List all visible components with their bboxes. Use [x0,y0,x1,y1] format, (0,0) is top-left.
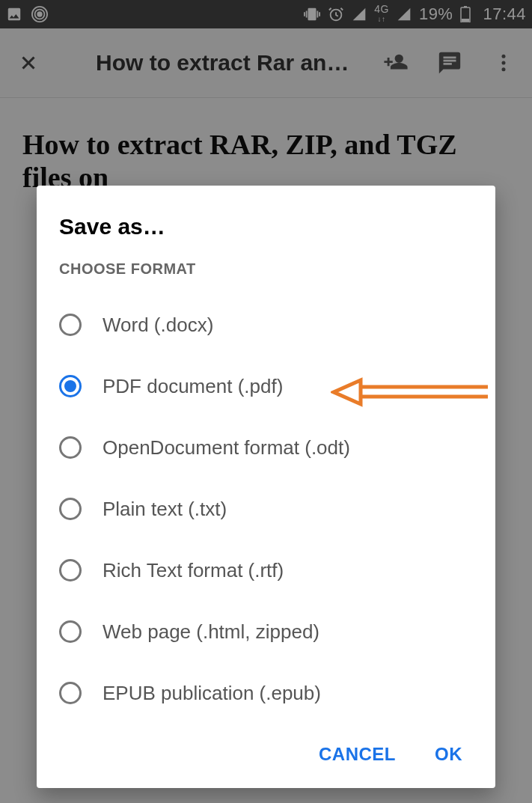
option-html[interactable]: Web page (.html, zipped) [37,601,495,662]
save-as-dialog: Save as… CHOOSE FORMAT Word (.docx) PDF … [37,186,495,788]
option-label: OpenDocument format (.odt) [103,436,350,459]
option-txt[interactable]: Plain text (.txt) [37,478,495,540]
cancel-button[interactable]: CANCEL [314,743,400,766]
radio-icon [59,436,82,459]
option-pdf[interactable]: PDF document (.pdf) [37,355,495,417]
option-word[interactable]: Word (.docx) [37,294,495,355]
radio-icon [59,620,82,643]
option-label: EPUB publication (.epub) [103,682,321,705]
radio-icon [59,314,82,336]
modal-scrim[interactable]: Save as… CHOOSE FORMAT Word (.docx) PDF … [0,0,532,803]
radio-icon [59,682,82,704]
ok-button[interactable]: OK [430,743,467,766]
dialog-title: Save as… [37,214,495,260]
radio-icon-selected [59,375,82,397]
option-label: Rich Text format (.rtf) [103,559,284,582]
option-label: Plain text (.txt) [103,498,227,521]
option-odt[interactable]: OpenDocument format (.odt) [37,417,495,478]
radio-icon [59,559,82,581]
radio-icon [59,498,82,520]
option-label: Word (.docx) [103,314,213,337]
option-rtf[interactable]: Rich Text format (.rtf) [37,540,495,601]
option-label: PDF document (.pdf) [103,375,283,398]
option-epub[interactable]: EPUB publication (.epub) [37,662,495,724]
dialog-actions: CANCEL OK [37,724,495,779]
option-label: Web page (.html, zipped) [103,620,319,644]
dialog-subtitle: CHOOSE FORMAT [37,260,495,294]
